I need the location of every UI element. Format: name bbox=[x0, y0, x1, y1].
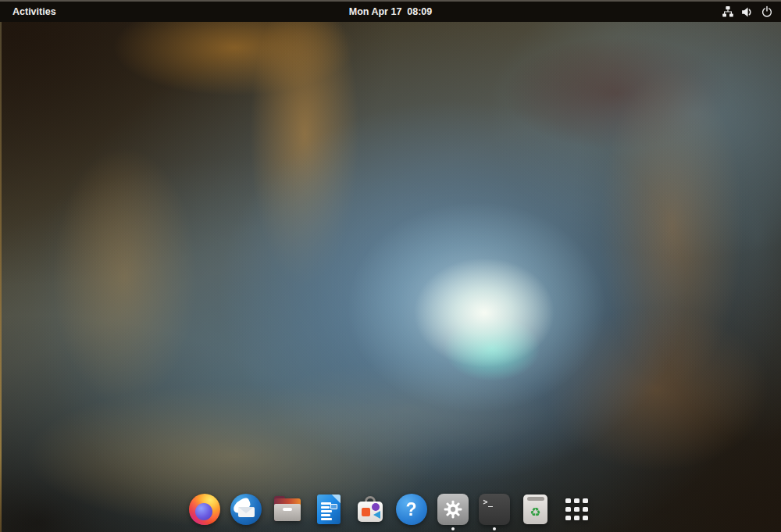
document-text-line bbox=[321, 518, 332, 520]
dock-item-ubuntu-software[interactable] bbox=[355, 494, 386, 525]
screen-edge-artifact bbox=[0, 22, 2, 532]
top-bar-left: Activities bbox=[0, 2, 349, 22]
gear-icon bbox=[443, 499, 463, 520]
document-text-line bbox=[321, 506, 330, 509]
dock-item-trash[interactable]: ♻ bbox=[520, 494, 551, 525]
top-bar: Activities Mon Apr 17 08:09 bbox=[0, 2, 781, 22]
dock-item-help[interactable]: ? bbox=[396, 494, 427, 525]
question-mark-glyph: ? bbox=[405, 499, 416, 520]
help-icon: ? bbox=[396, 494, 427, 525]
thunderbird-icon bbox=[230, 494, 262, 525]
dock-item-app-grid[interactable] bbox=[562, 494, 593, 525]
document-text-line bbox=[321, 514, 330, 516]
dock-item-firefox[interactable] bbox=[189, 494, 220, 525]
trash-icon: ♻ bbox=[523, 495, 547, 524]
activities-button[interactable]: Activities bbox=[0, 2, 69, 22]
app-grid-icon bbox=[562, 494, 593, 525]
dock: ? bbox=[0, 494, 781, 525]
top-edge-strip bbox=[0, 0, 781, 2]
desktop: Activities Mon Apr 17 08:09 bbox=[0, 0, 781, 532]
dock-item-terminal[interactable]: >_ bbox=[479, 494, 510, 525]
dock-item-files[interactable] bbox=[272, 494, 303, 525]
dock-item-libreoffice-writer[interactable] bbox=[313, 494, 344, 525]
document-text-line bbox=[321, 502, 331, 505]
files-icon bbox=[272, 494, 303, 525]
orange-square-shape bbox=[362, 508, 370, 516]
document-image-placeholder bbox=[330, 504, 337, 509]
running-indicator bbox=[493, 527, 496, 530]
clock-button[interactable]: Mon Apr 17 08:09 bbox=[349, 6, 433, 17]
recycle-symbol: ♻ bbox=[530, 506, 540, 519]
terminal-icon: >_ bbox=[479, 494, 510, 525]
firefox-icon bbox=[189, 494, 220, 525]
network-wired-icon bbox=[721, 5, 734, 19]
folder-front bbox=[274, 504, 301, 521]
dock-item-thunderbird[interactable] bbox=[230, 494, 262, 525]
dock-item-settings[interactable] bbox=[437, 494, 469, 525]
terminal-prompt-glyph: >_ bbox=[483, 498, 494, 506]
settings-icon bbox=[437, 494, 469, 525]
top-bar-right bbox=[432, 2, 781, 22]
power-icon bbox=[760, 5, 773, 19]
thunderbird-envelope-flap bbox=[238, 507, 254, 513]
system-status-area[interactable] bbox=[713, 2, 781, 22]
running-indicator bbox=[451, 527, 455, 530]
ubuntu-software-icon bbox=[355, 494, 386, 525]
volume-icon bbox=[740, 5, 754, 19]
blue-triangle-shape bbox=[373, 511, 380, 519]
document-text-line bbox=[321, 510, 332, 512]
folder-minus-bar bbox=[283, 508, 292, 511]
libreoffice-writer-icon bbox=[317, 495, 341, 524]
desktop-wallpaper bbox=[0, 22, 781, 532]
purple-circle-shape bbox=[372, 503, 380, 511]
